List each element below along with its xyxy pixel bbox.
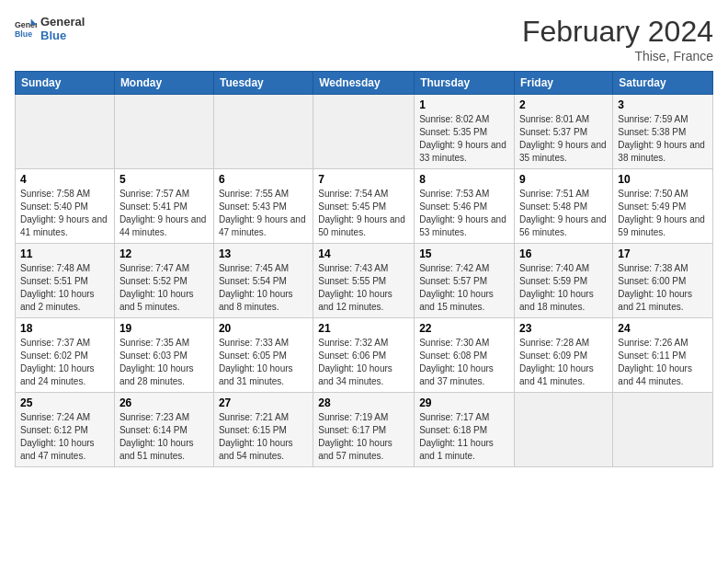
logo-blue: Blue — [40, 29, 85, 42]
day-info: Sunrise: 7:37 AMSunset: 6:02 PMDaylight:… — [20, 337, 109, 388]
calendar-cell: 19Sunrise: 7:35 AMSunset: 6:03 PMDayligh… — [114, 318, 213, 393]
day-info: Sunrise: 7:35 AMSunset: 6:03 PMDaylight:… — [119, 337, 209, 388]
calendar-cell: 21Sunrise: 7:32 AMSunset: 6:06 PMDayligh… — [313, 318, 415, 393]
day-info: Sunrise: 7:40 AMSunset: 5:59 PMDaylight:… — [519, 262, 608, 314]
month-title: February 2024 — [522, 15, 713, 49]
day-info: Sunrise: 7:17 AMSunset: 6:18 PMDaylight:… — [419, 411, 509, 463]
day-number: 4 — [20, 173, 109, 186]
day-info: Sunrise: 7:21 AMSunset: 6:15 PMDaylight:… — [219, 411, 308, 463]
day-info: Sunrise: 7:43 AMSunset: 5:55 PMDaylight:… — [318, 262, 409, 314]
day-info: Sunrise: 7:42 AMSunset: 5:57 PMDaylight:… — [419, 262, 509, 314]
calendar-cell — [213, 95, 313, 169]
day-info: Sunrise: 7:48 AMSunset: 5:51 PMDaylight:… — [20, 262, 109, 314]
day-info: Sunrise: 7:32 AMSunset: 6:06 PMDaylight:… — [318, 337, 409, 388]
day-number: 9 — [519, 173, 608, 186]
calendar-cell: 8Sunrise: 7:53 AMSunset: 5:46 PMDaylight… — [415, 169, 515, 244]
calendar-table: SundayMondayTuesdayWednesdayThursdayFrid… — [15, 71, 713, 467]
day-number: 16 — [519, 247, 608, 260]
day-number: 8 — [419, 173, 509, 186]
calendar-week-row: 1Sunrise: 8:02 AMSunset: 5:35 PMDaylight… — [16, 95, 713, 169]
day-number: 5 — [119, 173, 209, 186]
day-number: 11 — [20, 247, 109, 260]
day-info: Sunrise: 7:19 AMSunset: 6:17 PMDaylight:… — [318, 411, 409, 463]
calendar-cell: 9Sunrise: 7:51 AMSunset: 5:48 PMDaylight… — [515, 169, 613, 244]
calendar-week-row: 11Sunrise: 7:48 AMSunset: 5:51 PMDayligh… — [16, 244, 713, 318]
weekday-header-sunday: Sunday — [16, 72, 115, 95]
calendar-cell: 11Sunrise: 7:48 AMSunset: 5:51 PMDayligh… — [16, 244, 115, 318]
day-number: 24 — [618, 322, 708, 335]
day-info: Sunrise: 7:53 AMSunset: 5:46 PMDaylight:… — [419, 188, 509, 239]
day-info: Sunrise: 7:45 AMSunset: 5:54 PMDaylight:… — [219, 262, 308, 314]
calendar-cell: 28Sunrise: 7:19 AMSunset: 6:17 PMDayligh… — [313, 393, 415, 467]
calendar-cell: 6Sunrise: 7:55 AMSunset: 5:43 PMDaylight… — [213, 169, 313, 244]
calendar-cell — [16, 95, 115, 169]
weekday-header-wednesday: Wednesday — [313, 72, 415, 95]
calendar-cell: 15Sunrise: 7:42 AMSunset: 5:57 PMDayligh… — [415, 244, 515, 318]
calendar-cell: 26Sunrise: 7:23 AMSunset: 6:14 PMDayligh… — [114, 393, 213, 467]
day-info: Sunrise: 7:59 AMSunset: 5:38 PMDaylight:… — [618, 113, 708, 165]
calendar-week-row: 4Sunrise: 7:58 AMSunset: 5:40 PMDaylight… — [16, 169, 713, 244]
calendar-cell: 5Sunrise: 7:57 AMSunset: 5:41 PMDaylight… — [114, 169, 213, 244]
day-number: 2 — [519, 98, 608, 111]
day-info: Sunrise: 7:54 AMSunset: 5:45 PMDaylight:… — [318, 188, 409, 239]
day-number: 18 — [20, 322, 109, 335]
calendar-cell: 25Sunrise: 7:24 AMSunset: 6:12 PMDayligh… — [16, 393, 115, 467]
weekday-row: SundayMondayTuesdayWednesdayThursdayFrid… — [16, 72, 713, 95]
day-info: Sunrise: 7:28 AMSunset: 6:09 PMDaylight:… — [519, 337, 608, 388]
day-info: Sunrise: 7:23 AMSunset: 6:14 PMDaylight:… — [119, 411, 209, 463]
calendar-cell: 20Sunrise: 7:33 AMSunset: 6:05 PMDayligh… — [213, 318, 313, 393]
day-number: 3 — [618, 98, 708, 111]
calendar-cell: 13Sunrise: 7:45 AMSunset: 5:54 PMDayligh… — [213, 244, 313, 318]
logo: General Blue General Blue — [15, 15, 85, 42]
calendar-cell: 22Sunrise: 7:30 AMSunset: 6:08 PMDayligh… — [415, 318, 515, 393]
day-info: Sunrise: 7:24 AMSunset: 6:12 PMDaylight:… — [20, 411, 109, 463]
day-number: 7 — [318, 173, 409, 186]
calendar-cell: 7Sunrise: 7:54 AMSunset: 5:45 PMDaylight… — [313, 169, 415, 244]
calendar-cell: 24Sunrise: 7:26 AMSunset: 6:11 PMDayligh… — [613, 318, 713, 393]
day-info: Sunrise: 7:51 AMSunset: 5:48 PMDaylight:… — [519, 188, 608, 239]
day-number: 6 — [219, 173, 308, 186]
day-info: Sunrise: 7:47 AMSunset: 5:52 PMDaylight:… — [119, 262, 209, 314]
calendar-cell: 2Sunrise: 8:01 AMSunset: 5:37 PMDaylight… — [515, 95, 613, 169]
day-number: 22 — [419, 322, 509, 335]
svg-text:Blue: Blue — [15, 29, 32, 39]
weekday-header-friday: Friday — [515, 72, 613, 95]
day-number: 25 — [20, 396, 109, 409]
day-info: Sunrise: 7:50 AMSunset: 5:49 PMDaylight:… — [618, 188, 708, 239]
calendar-cell: 12Sunrise: 7:47 AMSunset: 5:52 PMDayligh… — [114, 244, 213, 318]
day-number: 19 — [119, 322, 209, 335]
calendar-cell — [313, 95, 415, 169]
calendar-week-row: 25Sunrise: 7:24 AMSunset: 6:12 PMDayligh… — [16, 393, 713, 467]
weekday-header-thursday: Thursday — [415, 72, 515, 95]
page-header: General Blue General Blue February 2024 … — [15, 15, 713, 63]
calendar-cell: 27Sunrise: 7:21 AMSunset: 6:15 PMDayligh… — [213, 393, 313, 467]
day-info: Sunrise: 7:58 AMSunset: 5:40 PMDaylight:… — [20, 188, 109, 239]
weekday-header-tuesday: Tuesday — [213, 72, 313, 95]
calendar-cell — [515, 393, 613, 467]
day-number: 28 — [318, 396, 409, 409]
location-label: Thise, France — [522, 49, 713, 63]
day-number: 17 — [618, 247, 708, 260]
day-info: Sunrise: 8:02 AMSunset: 5:35 PMDaylight:… — [419, 113, 509, 165]
day-info: Sunrise: 7:55 AMSunset: 5:43 PMDaylight:… — [219, 188, 308, 239]
title-area: February 2024 Thise, France — [522, 15, 713, 63]
weekday-header-saturday: Saturday — [613, 72, 713, 95]
calendar-header: SundayMondayTuesdayWednesdayThursdayFrid… — [16, 72, 713, 95]
calendar-cell: 29Sunrise: 7:17 AMSunset: 6:18 PMDayligh… — [415, 393, 515, 467]
day-number: 26 — [119, 396, 209, 409]
calendar-body: 1Sunrise: 8:02 AMSunset: 5:35 PMDaylight… — [16, 95, 713, 467]
day-number: 27 — [219, 396, 308, 409]
day-number: 10 — [618, 173, 708, 186]
day-number: 29 — [419, 396, 509, 409]
day-number: 21 — [318, 322, 409, 335]
calendar-week-row: 18Sunrise: 7:37 AMSunset: 6:02 PMDayligh… — [16, 318, 713, 393]
day-number: 23 — [519, 322, 608, 335]
calendar-cell: 14Sunrise: 7:43 AMSunset: 5:55 PMDayligh… — [313, 244, 415, 318]
day-number: 14 — [318, 247, 409, 260]
day-number: 15 — [419, 247, 509, 260]
day-info: Sunrise: 7:26 AMSunset: 6:11 PMDaylight:… — [618, 337, 708, 388]
calendar-cell: 10Sunrise: 7:50 AMSunset: 5:49 PMDayligh… — [613, 169, 713, 244]
day-number: 13 — [219, 247, 308, 260]
day-info: Sunrise: 7:57 AMSunset: 5:41 PMDaylight:… — [119, 188, 209, 239]
day-number: 1 — [419, 98, 509, 111]
